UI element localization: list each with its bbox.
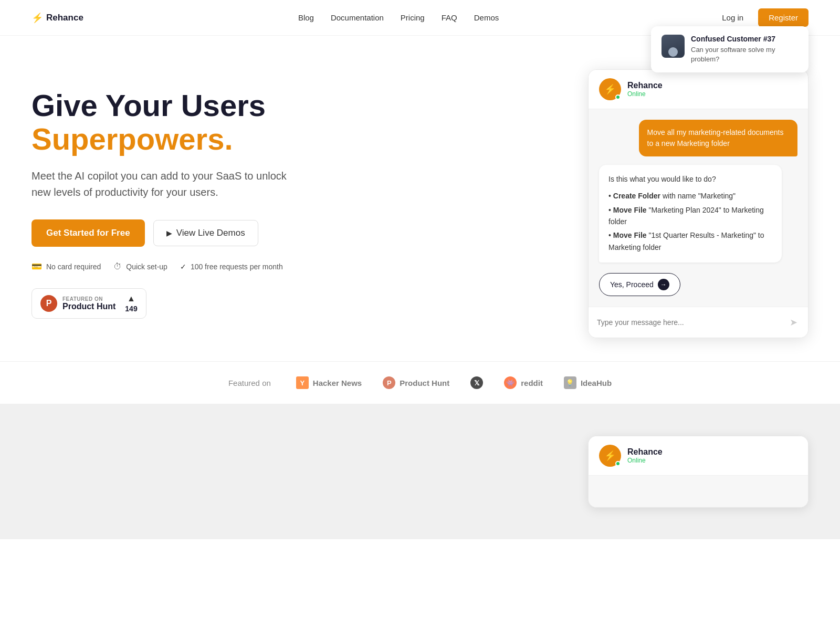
chat-send-button[interactable]: ➤ [788, 314, 800, 330]
action-item-1: Create Folder with name "Marketing" [608, 189, 772, 203]
chat-input-area: ➤ [589, 307, 808, 338]
nav-actions: Log in Register [713, 8, 808, 27]
check-icon: ✓ [180, 262, 186, 271]
chat-widget: ⚡ Rehance Online Move all my marketing-r… [588, 69, 808, 338]
ph-name: Product Hunt [62, 302, 116, 311]
online-indicator [615, 94, 621, 100]
product-hunt-text: FEATURED ON Product Hunt [62, 296, 116, 311]
product-hunt-bar-label: Product Hunt [400, 379, 449, 387]
bot-intro: Is this what you would like to do? [608, 173, 772, 185]
featured-ideahub[interactable]: 💡 IdeaHub [564, 376, 612, 389]
bottom-chat-body-partial [589, 476, 808, 507]
featured-bar: Featured on Y Hacker News P Product Hunt… [0, 361, 840, 404]
product-hunt-logo: P [40, 295, 57, 312]
chat-header-info: Rehance Online [627, 81, 797, 98]
feature-free-requests-text: 100 free requests per month [191, 262, 283, 271]
hero-subtitle: Meet the AI copilot you can add to your … [32, 168, 294, 201]
notification-avatar [662, 35, 685, 58]
register-button[interactable]: Register [758, 8, 808, 27]
clock-icon: ⏱ [113, 262, 122, 271]
proceed-circle: → [658, 279, 669, 290]
user-message: Move all my marketing-related documents … [639, 120, 797, 156]
featured-label: Featured on [228, 379, 271, 387]
bottom-chat-avatar-icon: ⚡ [604, 450, 616, 461]
notification-popup: Confused Customer #37 Can your software … [651, 26, 808, 72]
nav-faq[interactable]: FAQ [442, 13, 457, 22]
action-list: Create Folder with name "Marketing" Move… [608, 189, 772, 254]
view-demos-button[interactable]: ▶ View Live Demos [153, 220, 258, 246]
proceed-label: Yes, Proceed [610, 280, 654, 289]
ideahub-label: IdeaHub [581, 379, 612, 387]
action-item-2: Move File "Marketing Plan 2024" to Marke… [608, 203, 772, 229]
featured-product-hunt[interactable]: P Product Hunt [383, 376, 449, 389]
chat-app-name: Rehance [627, 81, 797, 90]
hacker-news-label: Hacker News [313, 379, 362, 387]
bottom-chat-app-name: Rehance [627, 447, 797, 457]
bottom-section: ⚡ Rehance Online [0, 404, 840, 539]
bot-response: Is this what you would like to do? Creat… [599, 165, 782, 262]
login-button[interactable]: Log in [713, 9, 752, 26]
hero-section: Give Your Users Superpowers. Meet the AI… [0, 36, 840, 361]
product-hunt-icon: P [383, 376, 395, 389]
hacker-news-icon: Y [296, 376, 309, 389]
featured-hacker-news[interactable]: Y Hacker News [296, 376, 362, 389]
nav-blog[interactable]: Blog [298, 13, 314, 22]
action-1-bold: Create Folder [613, 192, 660, 200]
chat-avatar: ⚡ [599, 78, 621, 100]
bottom-chat-header: ⚡ Rehance Online [589, 436, 808, 476]
bottom-online-indicator [615, 461, 621, 466]
bottom-chat-widget: ⚡ Rehance Online [588, 436, 808, 508]
notification-message: Can your software solve my problem? [691, 45, 798, 64]
vote-count: 149 [125, 304, 137, 313]
logo-icon: ⚡ [32, 12, 43, 24]
ph-featured-label: FEATURED ON [62, 296, 116, 302]
card-icon: 💳 [32, 261, 42, 271]
feature-no-card-text: No card required [46, 262, 101, 271]
action-item-3: Move File "1st Quarter Results - Marketi… [608, 228, 772, 254]
play-icon: ▶ [166, 229, 172, 237]
reddit-icon: 👾 [504, 376, 517, 389]
hero-title-line1: Give Your Users [32, 88, 266, 122]
chat-body: Move all my marketing-related documents … [589, 109, 808, 307]
hero-buttons: Get Started for Free ▶ View Live Demos [32, 219, 326, 247]
hero-right: ⚡ Rehance Online Move all my marketing-r… [588, 69, 808, 338]
logo[interactable]: ⚡ Rehance [32, 12, 83, 24]
hero-title: Give Your Users Superpowers. [32, 89, 326, 156]
demo-button-label: View Live Demos [176, 228, 245, 238]
feature-free-requests: ✓ 100 free requests per month [180, 262, 283, 271]
nav-pricing[interactable]: Pricing [401, 13, 425, 22]
product-hunt-badge[interactable]: P FEATURED ON Product Hunt ▲ 149 [32, 288, 146, 319]
feature-quick-setup-text: Quick set-up [126, 262, 167, 271]
chat-avatar-icon: ⚡ [604, 83, 616, 95]
bottom-chat-avatar: ⚡ [599, 445, 621, 467]
brand-name: Rehance [46, 13, 83, 23]
hero-title-line2: Superpowers. [32, 122, 326, 156]
nav-demos[interactable]: Demos [474, 13, 499, 22]
nav-documentation[interactable]: Documentation [331, 13, 384, 22]
featured-x[interactable]: 𝕏 [470, 376, 483, 389]
x-twitter-icon: 𝕏 [470, 376, 483, 389]
featured-reddit[interactable]: 👾 reddit [504, 376, 543, 389]
nav-links: Blog Documentation Pricing FAQ Demos [298, 13, 499, 22]
avatar-head [668, 47, 678, 57]
hero-left: Give Your Users Superpowers. Meet the AI… [32, 89, 326, 319]
proceed-button[interactable]: Yes, Proceed → [599, 273, 680, 296]
product-hunt-votes: ▲ 149 [125, 294, 137, 313]
hero-features: 💳 No card required ⏱ Quick set-up ✓ 100 … [32, 261, 326, 271]
upvote-arrow: ▲ [127, 294, 135, 303]
notification-content: Confused Customer #37 Can your software … [691, 35, 798, 64]
feature-quick-setup: ⏱ Quick set-up [113, 262, 167, 271]
action-3-bold: Move File [613, 231, 647, 239]
send-icon: ➤ [790, 317, 797, 328]
feature-no-card: 💳 No card required [32, 261, 101, 271]
chat-status: Online [627, 90, 797, 98]
bottom-chat-status: Online [627, 457, 797, 464]
bottom-chat-header-info: Rehance Online [627, 447, 797, 464]
action-1-rest: with name "Marketing" [663, 192, 736, 200]
reddit-label: reddit [521, 379, 543, 387]
chat-header: ⚡ Rehance Online [589, 70, 808, 109]
proceed-arrow-icon: → [660, 281, 667, 288]
get-started-button[interactable]: Get Started for Free [32, 219, 145, 247]
chat-input[interactable] [597, 318, 781, 327]
navigation: ⚡ Rehance Blog Documentation Pricing FAQ… [0, 0, 840, 36]
